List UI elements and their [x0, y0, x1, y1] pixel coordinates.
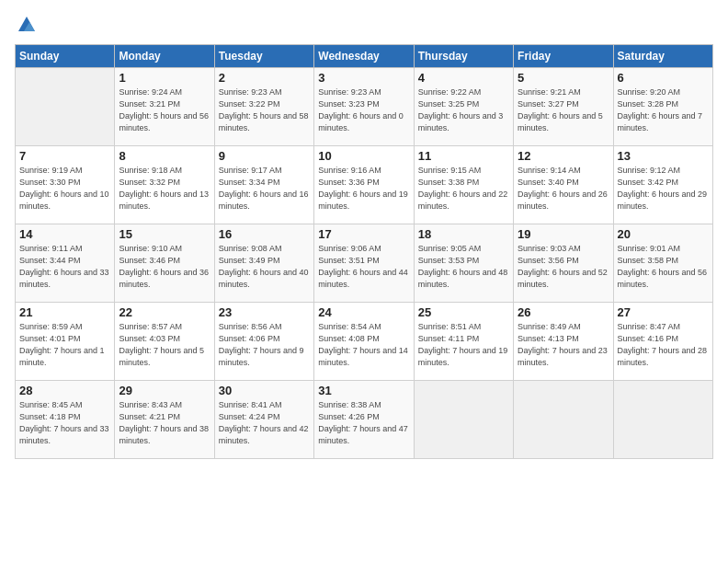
- day-info: Sunrise: 8:47 AMSunset: 4:16 PMDaylight:…: [618, 321, 709, 369]
- day-cell: [613, 381, 712, 459]
- day-info: Sunrise: 9:22 AMSunset: 3:25 PMDaylight:…: [418, 86, 509, 134]
- logo-icon: [17, 15, 37, 35]
- day-number: 18: [418, 227, 509, 241]
- day-cell: 27Sunrise: 8:47 AMSunset: 4:16 PMDayligh…: [613, 303, 712, 381]
- day-number: 8: [119, 149, 210, 163]
- day-info: Sunrise: 8:43 AMSunset: 4:21 PMDaylight:…: [119, 399, 210, 447]
- weekday-header-row: SundayMondayTuesdayWednesdayThursdayFrid…: [16, 45, 713, 68]
- week-row-3: 14Sunrise: 9:11 AMSunset: 3:44 PMDayligh…: [16, 224, 713, 303]
- day-cell: 28Sunrise: 8:45 AMSunset: 4:18 PMDayligh…: [16, 381, 115, 459]
- day-info: Sunrise: 8:57 AMSunset: 4:03 PMDaylight:…: [119, 321, 210, 369]
- day-info: Sunrise: 9:14 AMSunset: 3:40 PMDaylight:…: [518, 165, 609, 213]
- day-number: 1: [119, 71, 210, 85]
- day-cell: 30Sunrise: 8:41 AMSunset: 4:24 PMDayligh…: [214, 381, 313, 459]
- day-number: 28: [19, 384, 110, 397]
- day-info: Sunrise: 9:03 AMSunset: 3:56 PMDaylight:…: [518, 243, 609, 291]
- weekday-header-wednesday: Wednesday: [314, 45, 414, 68]
- day-number: 20: [618, 227, 709, 241]
- day-info: Sunrise: 8:59 AMSunset: 4:01 PMDaylight:…: [19, 321, 110, 369]
- day-number: 11: [418, 149, 509, 163]
- day-cell: 25Sunrise: 8:51 AMSunset: 4:11 PMDayligh…: [414, 303, 513, 381]
- day-cell: [514, 381, 613, 459]
- day-cell: 20Sunrise: 9:01 AMSunset: 3:58 PMDayligh…: [613, 224, 712, 303]
- day-info: Sunrise: 9:15 AMSunset: 3:38 PMDaylight:…: [418, 165, 509, 213]
- day-info: Sunrise: 8:54 AMSunset: 4:08 PMDaylight:…: [318, 321, 409, 369]
- day-info: Sunrise: 8:45 AMSunset: 4:18 PMDaylight:…: [19, 399, 110, 447]
- weekday-header-monday: Monday: [115, 45, 214, 68]
- day-number: 27: [618, 305, 709, 319]
- day-cell: 9Sunrise: 9:17 AMSunset: 3:34 PMDaylight…: [214, 146, 313, 224]
- day-cell: 7Sunrise: 9:19 AMSunset: 3:30 PMDaylight…: [16, 146, 115, 224]
- day-info: Sunrise: 9:18 AMSunset: 3:32 PMDaylight:…: [119, 165, 210, 213]
- day-number: 29: [119, 384, 210, 397]
- day-number: 16: [219, 227, 310, 241]
- day-cell: 1Sunrise: 9:24 AMSunset: 3:21 PMDaylight…: [115, 68, 214, 146]
- day-info: Sunrise: 9:24 AMSunset: 3:21 PMDaylight:…: [119, 86, 210, 134]
- day-cell: [414, 381, 513, 459]
- day-number: 15: [119, 227, 210, 241]
- day-cell: 17Sunrise: 9:06 AMSunset: 3:51 PMDayligh…: [314, 224, 414, 303]
- day-cell: 18Sunrise: 9:05 AMSunset: 3:53 PMDayligh…: [414, 224, 513, 303]
- day-cell: 8Sunrise: 9:18 AMSunset: 3:32 PMDaylight…: [115, 146, 214, 224]
- day-cell: 4Sunrise: 9:22 AMSunset: 3:25 PMDaylight…: [414, 68, 513, 146]
- day-info: Sunrise: 9:20 AMSunset: 3:28 PMDaylight:…: [618, 86, 709, 134]
- day-number: 17: [318, 227, 409, 241]
- weekday-header-tuesday: Tuesday: [214, 45, 313, 68]
- day-number: 26: [518, 305, 609, 319]
- weekday-header-friday: Friday: [514, 45, 613, 68]
- day-cell: 2Sunrise: 9:23 AMSunset: 3:22 PMDaylight…: [214, 68, 313, 146]
- day-number: 31: [318, 384, 409, 397]
- week-row-4: 21Sunrise: 8:59 AMSunset: 4:01 PMDayligh…: [16, 303, 713, 381]
- day-number: 5: [518, 71, 609, 85]
- week-row-1: 1Sunrise: 9:24 AMSunset: 3:21 PMDaylight…: [16, 68, 713, 146]
- weekday-header-saturday: Saturday: [613, 45, 712, 68]
- day-cell: 21Sunrise: 8:59 AMSunset: 4:01 PMDayligh…: [16, 303, 115, 381]
- day-info: Sunrise: 9:11 AMSunset: 3:44 PMDaylight:…: [19, 243, 110, 291]
- day-cell: 5Sunrise: 9:21 AMSunset: 3:27 PMDaylight…: [514, 68, 613, 146]
- day-cell: 13Sunrise: 9:12 AMSunset: 3:42 PMDayligh…: [613, 146, 712, 224]
- day-cell: 19Sunrise: 9:03 AMSunset: 3:56 PMDayligh…: [514, 224, 613, 303]
- day-number: 12: [518, 149, 609, 163]
- day-number: 13: [618, 149, 709, 163]
- header: [15, 15, 713, 35]
- day-cell: 24Sunrise: 8:54 AMSunset: 4:08 PMDayligh…: [314, 303, 414, 381]
- day-info: Sunrise: 9:16 AMSunset: 3:36 PMDaylight:…: [318, 165, 409, 213]
- day-info: Sunrise: 9:01 AMSunset: 3:58 PMDaylight:…: [618, 243, 709, 291]
- day-number: 3: [318, 71, 409, 85]
- day-cell: 22Sunrise: 8:57 AMSunset: 4:03 PMDayligh…: [115, 303, 214, 381]
- day-info: Sunrise: 9:19 AMSunset: 3:30 PMDaylight:…: [19, 165, 110, 213]
- day-cell: 11Sunrise: 9:15 AMSunset: 3:38 PMDayligh…: [414, 146, 513, 224]
- day-cell: [16, 68, 115, 146]
- weekday-header-sunday: Sunday: [16, 45, 115, 68]
- day-number: 23: [219, 305, 310, 319]
- day-number: 21: [19, 305, 110, 319]
- day-number: 7: [19, 149, 110, 163]
- day-info: Sunrise: 8:41 AMSunset: 4:24 PMDaylight:…: [219, 399, 310, 447]
- day-info: Sunrise: 9:08 AMSunset: 3:49 PMDaylight:…: [219, 243, 310, 291]
- day-cell: 31Sunrise: 8:38 AMSunset: 4:26 PMDayligh…: [314, 381, 414, 459]
- day-info: Sunrise: 9:17 AMSunset: 3:34 PMDaylight:…: [219, 165, 310, 213]
- day-cell: 16Sunrise: 9:08 AMSunset: 3:49 PMDayligh…: [214, 224, 313, 303]
- day-info: Sunrise: 8:51 AMSunset: 4:11 PMDaylight:…: [418, 321, 509, 369]
- day-number: 24: [318, 305, 409, 319]
- day-info: Sunrise: 9:05 AMSunset: 3:53 PMDaylight:…: [418, 243, 509, 291]
- weekday-header-thursday: Thursday: [414, 45, 513, 68]
- logo: [15, 15, 37, 35]
- day-number: 10: [318, 149, 409, 163]
- page: SundayMondayTuesdayWednesdayThursdayFrid…: [0, 0, 728, 563]
- day-number: 25: [418, 305, 509, 319]
- day-number: 6: [618, 71, 709, 85]
- day-info: Sunrise: 9:06 AMSunset: 3:51 PMDaylight:…: [318, 243, 409, 291]
- day-number: 14: [19, 227, 110, 241]
- day-info: Sunrise: 8:38 AMSunset: 4:26 PMDaylight:…: [318, 399, 409, 447]
- week-row-2: 7Sunrise: 9:19 AMSunset: 3:30 PMDaylight…: [16, 146, 713, 224]
- week-row-5: 28Sunrise: 8:45 AMSunset: 4:18 PMDayligh…: [16, 381, 713, 459]
- day-number: 4: [418, 71, 509, 85]
- day-cell: 29Sunrise: 8:43 AMSunset: 4:21 PMDayligh…: [115, 381, 214, 459]
- day-info: Sunrise: 8:49 AMSunset: 4:13 PMDaylight:…: [518, 321, 609, 369]
- day-cell: 26Sunrise: 8:49 AMSunset: 4:13 PMDayligh…: [514, 303, 613, 381]
- day-cell: 12Sunrise: 9:14 AMSunset: 3:40 PMDayligh…: [514, 146, 613, 224]
- day-cell: 6Sunrise: 9:20 AMSunset: 3:28 PMDaylight…: [613, 68, 712, 146]
- day-cell: 10Sunrise: 9:16 AMSunset: 3:36 PMDayligh…: [314, 146, 414, 224]
- day-number: 9: [219, 149, 310, 163]
